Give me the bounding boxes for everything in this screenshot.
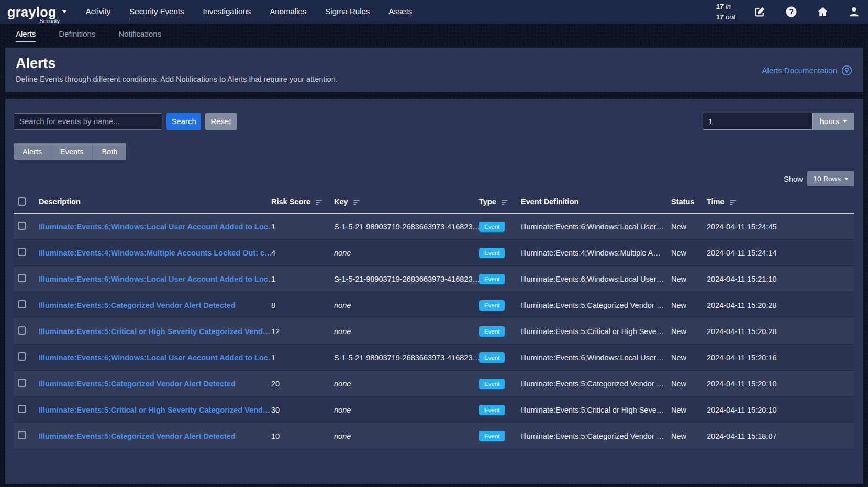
page-size-dropdown[interactable]: 10 Rows (807, 171, 854, 186)
alerts-table: Description Risk Score Key Type Event De… (14, 191, 854, 449)
type-badge: Event (479, 248, 505, 258)
tab-notifications[interactable]: Notifications (118, 29, 161, 42)
user-icon[interactable] (847, 5, 861, 19)
sort-icon[interactable] (501, 199, 508, 206)
filter-alerts-button[interactable]: Alerts (14, 143, 51, 160)
main-nav: Activity Security Events Investigations … (86, 5, 413, 19)
page-title: Alerts (16, 56, 762, 72)
time-value: 2024-04-11 15:20:16 (707, 353, 850, 362)
interval-unit-label: hours (820, 117, 840, 126)
row-checkbox[interactable] (18, 405, 26, 413)
alert-description-link[interactable]: Illuminate:Events:5:Categorized Vendor A… (39, 301, 271, 309)
type-badge: Event (479, 379, 505, 389)
table-row: Illuminate:Events:6;Windows:Local User A… (14, 214, 854, 240)
edit-icon[interactable] (753, 5, 766, 19)
home-icon[interactable] (816, 5, 829, 19)
row-checkbox[interactable] (18, 326, 26, 335)
nav-item-investigations[interactable]: Investigations (203, 5, 251, 19)
key-value: none (334, 406, 479, 414)
status-value: New (671, 406, 707, 414)
chevron-down-icon (62, 10, 67, 13)
time-value: 2024-04-11 15:24:14 (707, 249, 850, 257)
tab-alerts[interactable]: Alerts (16, 29, 36, 42)
table-row: Illuminate:Events:6;Windows:Local User A… (14, 266, 854, 292)
type-badge: Event (479, 222, 505, 232)
sort-icon[interactable] (729, 199, 737, 206)
alert-description-link[interactable]: Illuminate:Events:5:Categorized Vendor A… (39, 380, 271, 388)
row-checkbox[interactable] (18, 248, 26, 256)
sort-icon[interactable] (315, 199, 322, 206)
column-header-risk-score: Risk Score (271, 197, 334, 206)
table-row: Illuminate:Events:4;Windows:Multiple Acc… (14, 240, 854, 266)
nav-item-anomalies[interactable]: Anomalies (270, 5, 306, 19)
filter-events-button[interactable]: Events (51, 143, 92, 160)
type-badge: Event (479, 352, 505, 363)
key-value: S-1-5-21-98903719-2683663973-416823… (334, 353, 479, 362)
row-checkbox[interactable] (18, 222, 26, 230)
brand-logo[interactable]: graylog Security (7, 3, 67, 21)
alert-description-link[interactable]: Illuminate:Events:6;Windows:Local User A… (39, 275, 271, 283)
row-checkbox[interactable] (18, 379, 26, 387)
nav-item-sigma-rules[interactable]: Sigma Rules (325, 5, 370, 19)
lightbulb-icon (841, 65, 852, 76)
event-definition-value: Illuminate:Events:5:Categorized Vendor … (521, 432, 671, 440)
table-row: Illuminate:Events:5:Critical or High Sev… (14, 318, 854, 345)
select-all-checkbox[interactable] (18, 197, 26, 206)
key-value: none (334, 432, 479, 440)
event-definition-value: Illuminate:Events:5:Critical or High Sev… (521, 327, 671, 336)
table-row: Illuminate:Events:5:Categorized Vendor A… (14, 371, 854, 397)
time-value: 2024-04-11 15:20:28 (707, 327, 850, 336)
event-definition-value: Illuminate:Events:5:Categorized Vendor … (521, 380, 671, 388)
tab-definitions[interactable]: Definitions (59, 29, 95, 42)
search-button[interactable]: Search (166, 113, 201, 130)
alert-description-link[interactable]: Illuminate:Events:5:Critical or High Sev… (39, 406, 271, 414)
nav-item-assets[interactable]: Assets (388, 5, 412, 19)
risk-score-value: 1 (271, 275, 334, 283)
type-badge: Event (479, 300, 505, 311)
search-input[interactable] (14, 113, 162, 130)
risk-score-value: 30 (271, 406, 334, 414)
time-range-control: hours (703, 113, 854, 130)
time-value: 2024-04-11 15:21:10 (707, 275, 850, 283)
page-size-row: Show 10 Rows (14, 171, 854, 186)
table-header-row: Description Risk Score Key Type Event De… (14, 191, 854, 214)
filter-both-button[interactable]: Both (92, 143, 126, 160)
throughput-out-label: out (726, 13, 735, 21)
nav-item-activity[interactable]: Activity (86, 5, 111, 19)
event-definition-value: Illuminate:Events:6;Windows:Local User… (521, 275, 671, 283)
nav-item-security-events[interactable]: Security Events (129, 5, 184, 19)
show-label: Show (784, 175, 803, 183)
row-checkbox[interactable] (18, 300, 26, 308)
alert-description-link[interactable]: Illuminate:Events:6;Windows:Local User A… (39, 353, 271, 362)
doc-link-label: Alerts Documentation (762, 66, 837, 75)
sort-icon[interactable] (353, 199, 360, 206)
row-checkbox[interactable] (18, 431, 26, 439)
type-badge: Event (479, 274, 505, 284)
alert-description-link[interactable]: Illuminate:Events:5:Categorized Vendor A… (39, 432, 271, 440)
alert-description-link[interactable]: Illuminate:Events:5:Critical or High Sev… (39, 327, 271, 336)
alerts-documentation-link[interactable]: Alerts Documentation (762, 58, 852, 83)
interval-value-input[interactable] (703, 117, 818, 126)
svg-text:?: ? (789, 7, 793, 16)
table-row: Illuminate:Events:5:Critical or High Sev… (14, 397, 854, 423)
row-checkbox[interactable] (18, 274, 26, 282)
status-value: New (671, 380, 707, 388)
column-header-status: Status (671, 197, 707, 206)
alert-description-link[interactable]: Illuminate:Events:6;Windows:Local User A… (39, 223, 271, 231)
alert-description-link[interactable]: Illuminate:Events:4;Windows:Multiple Acc… (39, 249, 271, 257)
throughput-in-label: in (726, 3, 731, 10)
time-value: 2024-04-11 15:18:07 (707, 432, 850, 440)
top-navigation: graylog Security Activity Security Event… (0, 0, 868, 24)
risk-score-value: 1 (271, 223, 334, 231)
alerts-content-panel: Search Reset hours Alerts Events Both (5, 99, 863, 484)
help-icon[interactable]: ? (784, 5, 798, 19)
throughput-indicator: 17 in 17 out (716, 3, 735, 21)
row-checkbox[interactable] (18, 352, 26, 361)
key-value: none (334, 380, 479, 388)
event-definition-value: Illuminate:Events:6;Windows:Local User… (521, 353, 671, 362)
status-value: New (671, 301, 707, 309)
interval-unit-dropdown[interactable]: hours (813, 113, 854, 130)
risk-score-value: 12 (271, 327, 334, 336)
risk-score-value: 4 (271, 249, 334, 257)
reset-button[interactable]: Reset (205, 113, 237, 130)
